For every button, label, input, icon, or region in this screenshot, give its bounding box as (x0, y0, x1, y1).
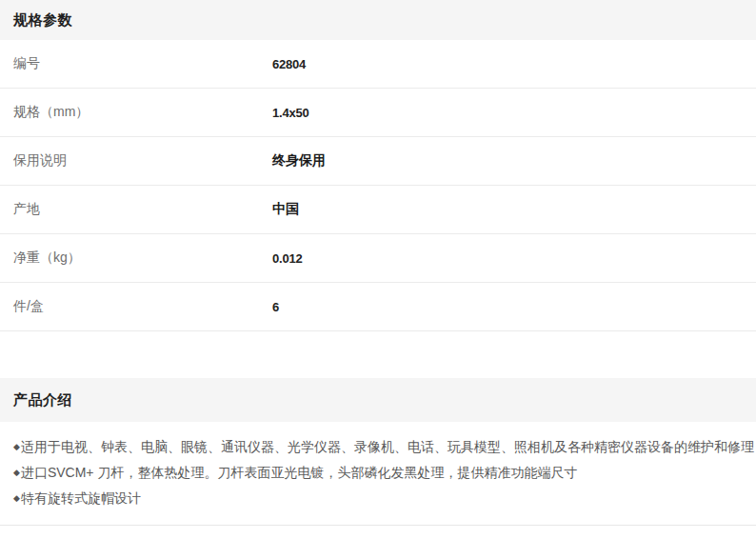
spec-value: 62804 (272, 57, 306, 71)
spec-value: 0.012 (272, 251, 303, 266)
spec-row-net-weight: 净重（kg） 0.012 (0, 234, 756, 283)
spec-row-pieces-per-box: 件/盒 6 (0, 283, 756, 331)
intro-section-title: 产品介绍 (13, 391, 72, 409)
product-detail-page: 规格参数 编号 62804 规格（mm） 1.4x50 保用说明 终身保用 产地… (0, 0, 756, 539)
spec-label: 件/盒 (0, 298, 272, 315)
section-gap (0, 331, 756, 378)
specs-section-header: 规格参数 (0, 0, 756, 40)
intro-bullet-text: 进口SVCM+ 刀杆，整体热处理。刀杆表面亚光电镀，头部磷化发黑处理，提供精准功… (21, 465, 578, 480)
spec-value: 1.4x50 (272, 106, 309, 120)
spec-row-item-number: 编号 62804 (0, 40, 756, 89)
intro-bullet-list: ◆适用于电视、钟表、电脑、眼镜、通讯仪器、光学仪器、录像机、电话、玩具模型、照相… (0, 422, 756, 526)
intro-section-header: 产品介绍 (0, 378, 756, 422)
spec-label: 规格（mm） (0, 104, 272, 121)
diamond-bullet-icon: ◆ (13, 434, 20, 460)
spec-value: 中国 (272, 201, 299, 218)
spec-row-size: 规格（mm） 1.4x50 (0, 89, 756, 137)
spec-value: 6 (272, 300, 279, 314)
intro-bullet-item: ◆适用于电视、钟表、电脑、眼镜、通讯仪器、光学仪器、录像机、电话、玩具模型、照相… (13, 434, 746, 460)
spec-label: 产地 (0, 201, 272, 218)
intro-bullet-item: ◆进口SVCM+ 刀杆，整体热处理。刀杆表面亚光电镀，头部磷化发黑处理，提供精准… (13, 460, 746, 486)
spec-row-warranty: 保用说明 终身保用 (0, 137, 756, 186)
spec-label: 编号 (0, 55, 272, 72)
specs-section-title: 规格参数 (13, 11, 72, 30)
intro-bullet-text: 适用于电视、钟表、电脑、眼镜、通讯仪器、光学仪器、录像机、电话、玩具模型、照相机… (21, 439, 754, 454)
spec-row-origin: 产地 中国 (0, 186, 756, 234)
intro-bullet-text: 特有旋转式旋帽设计 (21, 490, 141, 506)
specs-table: 编号 62804 规格（mm） 1.4x50 保用说明 终身保用 产地 中国 净… (0, 40, 756, 331)
diamond-bullet-icon: ◆ (13, 486, 20, 511)
spec-value: 终身保用 (272, 152, 326, 170)
spec-label: 净重（kg） (0, 250, 272, 267)
diamond-bullet-icon: ◆ (13, 460, 20, 486)
intro-bullet-item: ◆特有旋转式旋帽设计 (13, 486, 746, 511)
spec-label: 保用说明 (0, 152, 272, 170)
